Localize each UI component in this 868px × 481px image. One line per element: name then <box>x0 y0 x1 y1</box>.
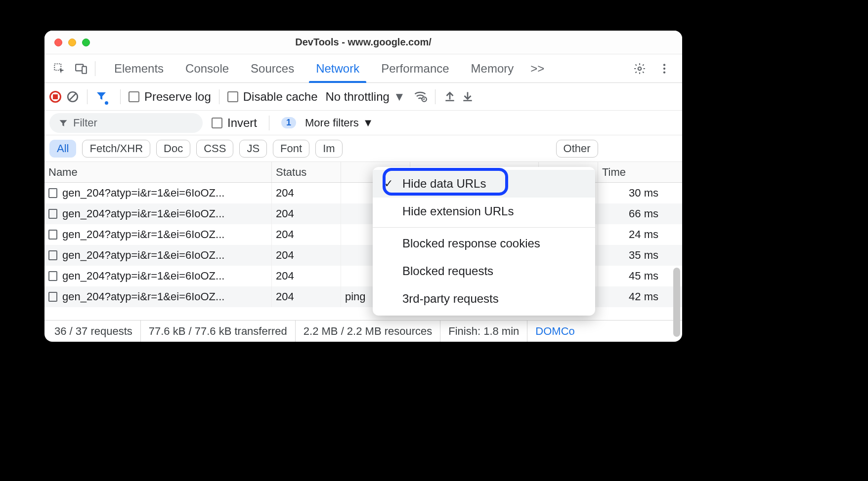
funnel-icon <box>58 118 68 128</box>
chip-fetch-xhr[interactable]: Fetch/XHR <box>82 140 150 158</box>
network-conditions-icon[interactable] <box>413 89 427 105</box>
clear-button[interactable] <box>66 90 79 103</box>
document-icon <box>48 271 57 281</box>
record-button[interactable] <box>49 91 61 103</box>
status-bar: 36 / 37 requests 77.6 kB / 77.6 kB trans… <box>44 320 682 342</box>
inspect-element-icon[interactable] <box>48 58 70 80</box>
svg-point-6 <box>663 71 665 73</box>
cell-time: 24 ms <box>598 224 662 245</box>
chip-other[interactable]: Other <box>556 140 598 158</box>
cell-status: 204 <box>272 245 341 266</box>
menu-label: Blocked response cookies <box>402 237 540 250</box>
filter-input[interactable]: Filter <box>49 113 203 133</box>
menu-label: Blocked requests <box>402 264 493 278</box>
more-filters-label: More filters <box>305 117 359 129</box>
chip-all[interactable]: All <box>49 140 76 158</box>
check-icon: ✓ <box>383 177 394 190</box>
svg-point-4 <box>663 64 665 66</box>
cell-time: 42 ms <box>598 286 662 307</box>
tab-elements[interactable]: Elements <box>103 54 174 83</box>
cell-status: 204 <box>272 203 341 224</box>
cell-status: 204 <box>272 183 341 203</box>
status-resources: 2.2 MB / 2.2 MB resources <box>296 321 440 342</box>
status-transferred: 77.6 kB / 77.6 kB transferred <box>141 321 296 342</box>
menu-hide-data-urls[interactable]: ✓ Hide data URLs <box>373 170 595 198</box>
filter-row: Filter Invert 1 More filters ▼ <box>44 111 682 135</box>
kebab-menu-icon[interactable] <box>653 58 675 80</box>
settings-icon[interactable] <box>629 58 651 80</box>
upload-har-icon[interactable] <box>443 89 456 104</box>
more-tabs-button[interactable]: >> <box>524 62 550 76</box>
svg-rect-2 <box>82 66 87 73</box>
cell-status: 204 <box>272 266 341 286</box>
menu-label: Hide extension URLs <box>402 204 514 218</box>
invert-checkbox[interactable]: Invert <box>212 116 257 130</box>
chip-font[interactable]: Font <box>273 140 309 158</box>
cell-name: gen_204?atyp=i&r=1&ei=6IoOZ... <box>44 224 272 245</box>
chip-css[interactable]: CSS <box>196 140 233 158</box>
tab-label: Memory <box>471 62 514 76</box>
tab-network[interactable]: Network <box>305 54 370 83</box>
preserve-log-checkbox[interactable]: Preserve log <box>129 90 211 104</box>
tab-label: Elements <box>114 62 164 76</box>
checkbox-label: Preserve log <box>144 90 211 104</box>
cell-name: gen_204?atyp=i&r=1&ei=6IoOZ... <box>44 266 272 286</box>
menu-label: Hide data URLs <box>402 177 486 191</box>
cell-name: gen_204?atyp=i&r=1&ei=6IoOZ... <box>44 286 272 307</box>
tab-label: Performance <box>381 62 449 76</box>
document-icon <box>48 188 57 198</box>
filter-toggle-icon[interactable] <box>95 90 107 104</box>
cell-name: gen_204?atyp=i&r=1&ei=6IoOZ... <box>44 183 272 203</box>
chip-js[interactable]: JS <box>239 140 267 158</box>
status-domcontent: DOMCo <box>527 321 582 342</box>
throttling-select[interactable]: No throttling ▼ <box>322 90 408 104</box>
download-har-icon[interactable] <box>461 89 474 104</box>
titlebar: DevTools - www.google.com/ <box>44 31 682 54</box>
document-icon <box>48 250 57 260</box>
more-filters-button[interactable]: More filters ▼ <box>305 117 374 129</box>
panel-tabs: Elements Console Sources Network Perform… <box>103 54 524 83</box>
col-time[interactable]: Time <box>598 162 662 182</box>
scrollbar[interactable] <box>673 268 680 337</box>
tab-label: Sources <box>251 62 294 76</box>
document-icon <box>48 230 57 240</box>
cell-time: 66 ms <box>598 203 662 224</box>
svg-point-5 <box>663 67 665 69</box>
cell-name: gen_204?atyp=i&r=1&ei=6IoOZ... <box>44 203 272 224</box>
chip-doc[interactable]: Doc <box>156 140 190 158</box>
throttling-value: No throttling <box>325 90 389 104</box>
document-icon <box>48 292 57 302</box>
tab-label: Console <box>185 62 229 76</box>
caret-down-icon: ▼ <box>363 117 374 129</box>
tab-console[interactable]: Console <box>174 54 240 83</box>
menu-3rd-party-requests[interactable]: 3rd-party requests <box>373 285 595 313</box>
svg-line-8 <box>69 93 76 100</box>
checkbox-icon <box>212 118 222 128</box>
active-filter-badge: 1 <box>281 117 296 128</box>
menu-hide-extension-urls[interactable]: Hide extension URLs <box>373 198 595 225</box>
devtools-window: DevTools - www.google.com/ Elements Cons… <box>44 31 682 342</box>
menu-blocked-response-cookies[interactable]: Blocked response cookies <box>373 230 595 257</box>
network-toolbar: Preserve log Disable cache No throttling… <box>44 83 682 111</box>
resource-type-chips: All Fetch/XHR Doc CSS JS Font Im Other <box>44 135 682 162</box>
document-icon <box>48 209 57 219</box>
more-filters-dropdown: ✓ Hide data URLs Hide extension URLs Blo… <box>373 167 595 316</box>
close-window-button[interactable] <box>54 39 62 46</box>
disable-cache-checkbox[interactable]: Disable cache <box>227 90 318 104</box>
col-name[interactable]: Name <box>44 162 272 182</box>
cell-time: 45 ms <box>598 266 662 286</box>
filter-placeholder: Filter <box>73 117 97 129</box>
cell-time: 30 ms <box>598 183 662 203</box>
checkbox-label: Invert <box>227 116 257 130</box>
menu-label: 3rd-party requests <box>402 292 499 306</box>
menu-blocked-requests[interactable]: Blocked requests <box>373 257 595 285</box>
maximize-window-button[interactable] <box>82 39 90 46</box>
col-status[interactable]: Status <box>272 162 341 182</box>
chip-img[interactable]: Im <box>315 140 342 158</box>
device-toolbar-icon[interactable] <box>70 58 92 80</box>
minimize-window-button[interactable] <box>68 39 76 46</box>
caret-down-icon: ▼ <box>393 90 405 104</box>
tab-memory[interactable]: Memory <box>460 54 525 83</box>
tab-performance[interactable]: Performance <box>370 54 460 83</box>
tab-sources[interactable]: Sources <box>240 54 305 83</box>
